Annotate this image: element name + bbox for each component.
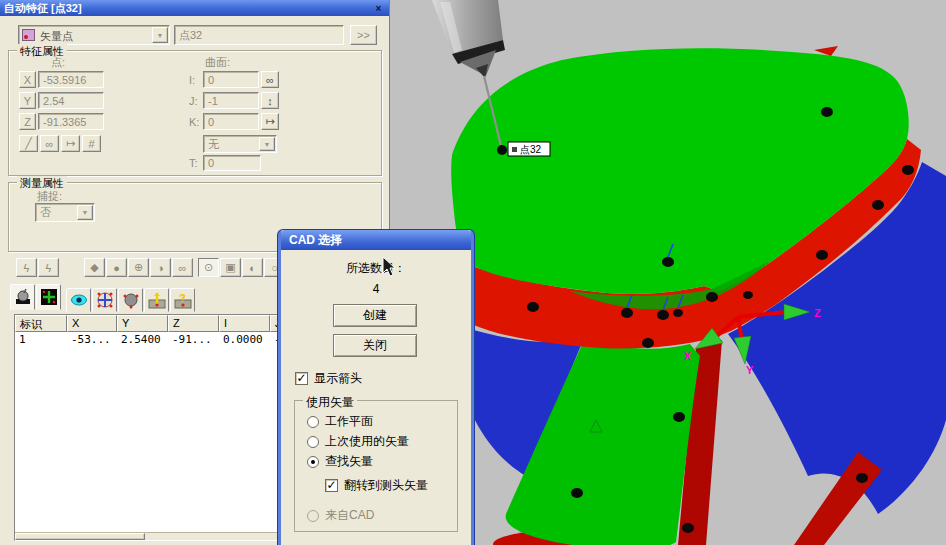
axis-y-label: Y — [746, 364, 754, 376]
selected-count-value: 4 — [281, 282, 471, 296]
show-arrows-row[interactable]: ✓ 显示箭头 — [295, 370, 362, 387]
feature-type-value: 矢量点 — [40, 29, 73, 44]
sphere-icon[interactable]: ● — [106, 258, 127, 277]
flash-icon[interactable]: ϟ — [16, 258, 37, 277]
option-find-vector[interactable]: 查找矢量 — [307, 453, 373, 470]
x-value-field[interactable]: -53.5916 — [38, 71, 104, 88]
probe-hit-icon[interactable]: ◆ — [84, 258, 105, 277]
yellow-updown-icon — [148, 291, 166, 309]
point-label: 点32 — [508, 142, 550, 156]
find-binoculars-icon[interactable]: ∞ — [40, 135, 59, 152]
snap-dropdown-arrow[interactable]: ▼ — [77, 205, 93, 220]
find-vector-radio[interactable] — [307, 456, 319, 468]
y-value-field[interactable]: 2.54 — [38, 92, 104, 109]
show-arrows-checkbox[interactable]: ✓ — [295, 372, 308, 385]
yellow-question-icon: ? — [174, 291, 192, 309]
feature-name-field[interactable]: 点32 — [174, 25, 344, 45]
arc-probe-icon[interactable]: ◑ — [150, 258, 171, 277]
t-label: T: — [189, 157, 198, 169]
svg-text:点32: 点32 — [520, 144, 542, 155]
close-icon[interactable]: × — [372, 2, 385, 14]
surface-mode-arrow[interactable]: ▼ — [259, 137, 275, 151]
vector-point-icon — [22, 29, 35, 41]
cad-dialog-title: CAD 选择 — [289, 232, 342, 249]
scrollbar-thumb[interactable] — [15, 533, 145, 540]
tab-highlight-point[interactable] — [36, 284, 61, 310]
eye-icon — [70, 291, 88, 309]
tab-point-cloud[interactable] — [118, 288, 143, 312]
find-vector-icon[interactable]: ∞ — [261, 71, 279, 88]
selected-count-label: 所选数目： — [281, 260, 471, 277]
axis-x-label: X — [684, 350, 692, 362]
move-to-point-icon[interactable]: ↦ — [61, 135, 80, 152]
col-header-x[interactable]: X — [67, 315, 117, 332]
k-label: K: — [189, 116, 199, 128]
expand-button[interactable]: >> — [350, 25, 377, 45]
svg-text:?: ? — [179, 292, 186, 304]
from-cad-radio — [307, 510, 319, 522]
col-header-id[interactable]: 标识 — [15, 315, 67, 332]
use-vector-group: 使用矢量 工作平面 上次使用的矢量 查找矢量 ✓ 翻转到测头矢量 来自CAD — [294, 400, 458, 532]
region-icon[interactable]: ◐ — [242, 258, 263, 277]
project-vector-icon[interactable]: ↦ — [261, 113, 279, 130]
point-column-label: 点: — [51, 55, 65, 70]
panel-title: 自动特征 [点32] — [4, 1, 372, 16]
col-header-i[interactable]: I — [219, 315, 270, 332]
option-from-cad: 来自CAD — [307, 507, 374, 524]
part-green-top-surface[interactable] — [451, 48, 909, 294]
option-workplane[interactable]: 工作平面 — [307, 413, 373, 430]
option-last-used[interactable]: 上次使用的矢量 — [307, 433, 409, 450]
probe-contact-icon — [14, 288, 32, 306]
z-value-field[interactable]: -91.3365 — [38, 113, 104, 130]
flip-vector-icon[interactable]: ↕ — [261, 92, 279, 109]
flip-to-probe-checkbox[interactable]: ✓ — [325, 479, 338, 492]
tab-probe-contact[interactable] — [10, 284, 35, 310]
cad-select-dialog: CAD 选择 所选数目： 4 创建 关闭 ✓ 显示箭头 使用矢量 工作平面 上次… — [278, 230, 474, 545]
tab-help-point[interactable]: ? — [170, 288, 195, 312]
feature-type-dropdown-arrow[interactable]: ▼ — [152, 27, 168, 43]
axis-z-label: Z — [814, 307, 821, 319]
close-button[interactable]: 关闭 — [333, 334, 417, 357]
create-button[interactable]: 创建 — [333, 304, 417, 327]
target-icon[interactable]: ⊕ — [128, 258, 149, 277]
i-label: I: — [189, 74, 195, 86]
y-axis-button[interactable]: Y — [19, 92, 36, 109]
workplane-radio[interactable] — [307, 416, 319, 428]
green-star-icon — [40, 288, 58, 306]
surface-column-label: 曲面: — [205, 55, 230, 70]
t-value-field[interactable]: 0 — [203, 155, 261, 171]
z-axis-button[interactable]: Z — [19, 113, 36, 130]
surface-mode-dropdown[interactable]: 无 ▼ — [203, 135, 277, 153]
mouse-cursor — [381, 256, 399, 280]
show-arrows-label: 显示箭头 — [314, 370, 362, 387]
cad-dialog-titlebar[interactable]: CAD 选择 — [281, 230, 471, 250]
gear-probe-icon[interactable]: ∞ — [172, 258, 193, 277]
j-value-field[interactable]: -1 — [203, 92, 259, 109]
diagonal-tool-icon[interactable]: ╱ — [19, 135, 38, 152]
x-axis-button[interactable]: X — [19, 71, 36, 88]
tab-show-hide[interactable] — [66, 288, 91, 312]
grid-snap-icon[interactable]: # — [82, 135, 101, 152]
flash-off-icon[interactable]: ϟ — [38, 258, 59, 277]
panel-titlebar[interactable]: 自动特征 [点32] × — [0, 0, 389, 16]
col-header-y[interactable]: Y — [117, 315, 168, 332]
tab-move-updown[interactable] — [144, 288, 169, 312]
tab-target-point[interactable] — [92, 288, 117, 312]
snap-dropdown[interactable]: 否 ▼ — [35, 203, 95, 222]
pattern-icon[interactable]: ⊙ — [198, 258, 219, 277]
flip-to-probe-row[interactable]: ✓ 翻转到测头矢量 — [325, 477, 428, 494]
gray-sphere-icon — [122, 291, 140, 309]
use-vector-title: 使用矢量 — [303, 394, 357, 411]
feature-type-combobox[interactable]: 矢量点 ▼ — [18, 25, 170, 45]
probe-tip — [497, 145, 507, 155]
col-header-z[interactable]: Z — [168, 315, 219, 332]
k-value-field[interactable]: 0 — [203, 113, 259, 130]
feature-properties-group: 特征属性 点: 曲面: X -53.5916 Y 2.54 Z -91.3365… — [8, 50, 382, 176]
last-used-radio[interactable] — [307, 436, 319, 448]
j-label: J: — [189, 95, 198, 107]
snap-label: 捕捉: — [37, 189, 62, 204]
target-cross-icon — [96, 291, 114, 309]
box-select-icon[interactable]: ▣ — [220, 258, 241, 277]
i-value-field[interactable]: 0 — [203, 71, 259, 88]
